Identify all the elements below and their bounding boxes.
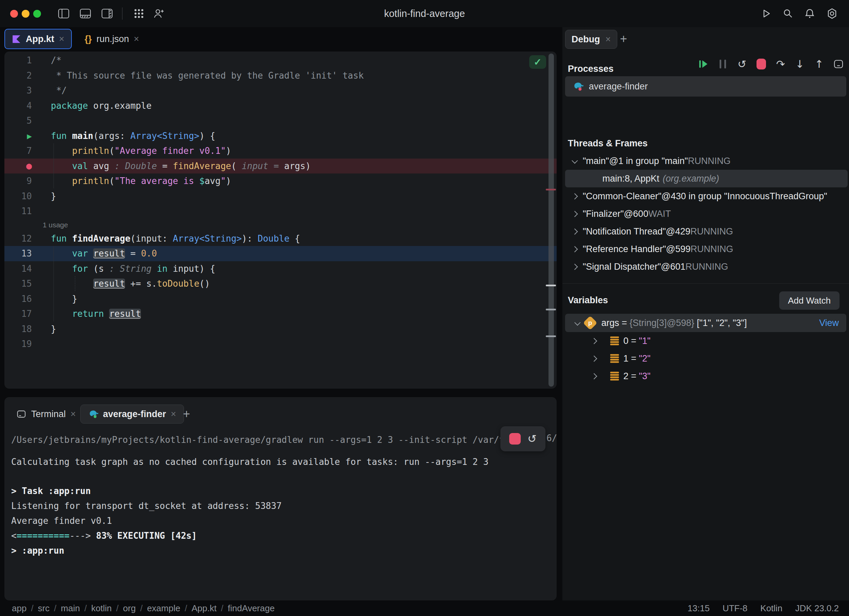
thread-row[interactable]: "Notification Thread"@429 RUNNING: [565, 222, 848, 240]
search-icon[interactable]: [782, 8, 794, 19]
stack-frame-row[interactable]: main:8, AppKt(org.example): [565, 170, 848, 187]
code-line-14[interactable]: 14 for (s : String in input) {: [4, 261, 557, 276]
view-link[interactable]: View: [819, 318, 839, 328]
chevron-right-icon[interactable]: [572, 212, 583, 216]
variable-row-2[interactable]: 2 = "3": [565, 367, 846, 385]
pause-icon[interactable]: [717, 58, 728, 70]
restart-icon[interactable]: ↺: [527, 433, 537, 445]
breadcrumb-item-app[interactable]: app: [12, 603, 27, 614]
code-line-9[interactable]: 9 println("The average is $avg"): [4, 173, 557, 189]
breadcrumb-item-src[interactable]: src: [38, 603, 50, 614]
tab-run-json[interactable]: {} run.json ×: [78, 30, 146, 48]
gradle-elephant-icon: [88, 409, 98, 419]
code-line-2[interactable]: 2 * This source file was generated by th…: [4, 68, 557, 84]
line-number: 4: [4, 98, 40, 113]
code-line-11[interactable]: 11: [4, 204, 557, 219]
editor-tab-strip: App.kt × {} run.json ×: [4, 29, 146, 49]
close-icon[interactable]: ×: [605, 34, 611, 45]
code-line-15[interactable]: 15 result += s.toDouble(): [4, 276, 557, 291]
thread-row[interactable]: "Signal Dispatcher"@601 RUNNING: [565, 258, 848, 276]
tab-label: Debug: [572, 34, 600, 45]
thread-status: RUNNING: [690, 244, 733, 255]
usage-hint[interactable]: 1 usage: [4, 219, 557, 231]
code-line-1[interactable]: 1/*: [4, 53, 557, 68]
close-icon[interactable]: ×: [70, 409, 76, 419]
step-into-icon[interactable]: ↓: [794, 58, 806, 70]
chevron-right-icon[interactable]: [592, 374, 602, 379]
chevron-right-icon[interactable]: [572, 230, 583, 234]
code-line-8[interactable]: ● val avg : Double = findAverage( input …: [4, 158, 557, 174]
close-icon[interactable]: ×: [171, 409, 176, 419]
step-out-icon[interactable]: ↑: [813, 58, 825, 70]
code-line-13[interactable]: 13 var result = 0.0: [4, 246, 557, 261]
breadcrumb-item-App.kt[interactable]: App.kt: [191, 603, 216, 614]
code-line-17[interactable]: 17 return result: [4, 306, 557, 322]
tab-average-finder[interactable]: average-finder ×: [80, 404, 184, 424]
code-line-6[interactable]: ▶fun main(args: Array<String>) {: [4, 128, 557, 144]
status-item[interactable]: UTF-8: [722, 603, 748, 614]
terminal-panel[interactable]: Terminal × average-finder × + /Users/jet…: [4, 397, 557, 600]
thread-row[interactable]: "Finalizer"@600 WAIT: [565, 205, 848, 222]
terminal-icon: [16, 409, 27, 419]
chevron-down-icon[interactable]: [572, 159, 583, 163]
tab-debug[interactable]: Debug ×: [565, 30, 617, 49]
thread-row[interactable]: "main"@1 in group "main" RUNNING: [565, 152, 848, 170]
code-line-3[interactable]: 3 */: [4, 83, 557, 98]
close-icon[interactable]: ×: [134, 34, 139, 45]
thread-row[interactable]: "Common-Cleaner"@430 in group "Innocuous…: [565, 187, 848, 205]
occurrence-mark: [546, 309, 556, 310]
status-item[interactable]: Kotlin: [760, 603, 782, 614]
chevron-right-icon[interactable]: [592, 339, 602, 343]
breakpoint-icon[interactable]: ●: [26, 160, 32, 172]
breadcrumb-item-kotlin[interactable]: kotlin: [91, 603, 112, 614]
tab-app-kt[interactable]: App.kt ×: [4, 29, 72, 49]
code-line-4[interactable]: 4package org.example: [4, 98, 557, 113]
process-item-average-finder[interactable]: average-finder: [565, 76, 846, 97]
chevron-right-icon[interactable]: [572, 265, 583, 269]
breadcrumb-item-findAverage[interactable]: findAverage: [228, 603, 274, 614]
line-number: ●: [4, 158, 40, 174]
terminal-line: <==========---> 83% EXECUTING [42s]: [11, 529, 197, 543]
breadcrumb-item-example[interactable]: example: [147, 603, 180, 614]
chevron-right-icon[interactable]: [572, 247, 583, 251]
run-icon[interactable]: [760, 8, 772, 19]
console-icon[interactable]: [833, 58, 844, 70]
add-watch-button[interactable]: Add Watch: [779, 291, 840, 310]
code-line-7[interactable]: 7 println("Average finder v0.1"): [4, 143, 557, 158]
code-line-10[interactable]: 10}: [4, 189, 557, 204]
code-line-5[interactable]: 5: [4, 113, 557, 128]
resume-icon[interactable]: [697, 58, 709, 70]
variable-row-0[interactable]: 0 = "1": [565, 332, 846, 350]
status-item[interactable]: 13:15: [688, 603, 710, 614]
variable-row-1[interactable]: 1 = "2": [565, 350, 846, 367]
code-line-19[interactable]: 19: [4, 337, 557, 352]
restart-icon[interactable]: ↺: [736, 58, 748, 70]
line-number: 5: [4, 113, 40, 128]
terminal-clipped-text: 6/: [547, 433, 557, 443]
chevron-right-icon[interactable]: [572, 194, 583, 198]
terminal-line: Average finder v0.1: [11, 514, 112, 528]
inspections-ok-badge[interactable]: ✓: [529, 55, 546, 69]
stop-icon[interactable]: [755, 58, 767, 70]
status-item[interactable]: JDK 23.0.2: [795, 603, 839, 614]
code-line-18[interactable]: 18}: [4, 322, 557, 337]
stop-icon[interactable]: [509, 433, 521, 444]
breadcrumb-separator: /: [221, 603, 223, 614]
settings-gear-icon[interactable]: [826, 8, 838, 19]
variable-row-args[interactable]: p args = {String[3]@598} ["1", "2", "3"]…: [565, 314, 846, 332]
close-icon[interactable]: ×: [59, 34, 64, 45]
chevron-down-icon[interactable]: [574, 319, 580, 325]
breadcrumb-item-main[interactable]: main: [61, 603, 80, 614]
chevron-right-icon[interactable]: [592, 356, 602, 361]
code-line-12[interactable]: 12fun findAverage(input: Array<String>):…: [4, 231, 557, 246]
thread-row[interactable]: "Reference Handler"@599 RUNNING: [565, 240, 848, 258]
run-gutter-icon[interactable]: ▶: [27, 131, 32, 141]
code-line-16[interactable]: 16 }: [4, 291, 557, 307]
notifications-bell-icon[interactable]: [804, 8, 816, 19]
new-debug-tab-button[interactable]: +: [620, 30, 627, 48]
step-over-icon[interactable]: ↷: [775, 58, 786, 70]
tab-terminal[interactable]: Terminal ×: [16, 405, 76, 423]
new-terminal-tab-button[interactable]: +: [183, 405, 190, 423]
breadcrumb-item-org[interactable]: org: [123, 603, 136, 614]
code-editor[interactable]: 1/*2 * This source file was generated by…: [4, 52, 557, 389]
